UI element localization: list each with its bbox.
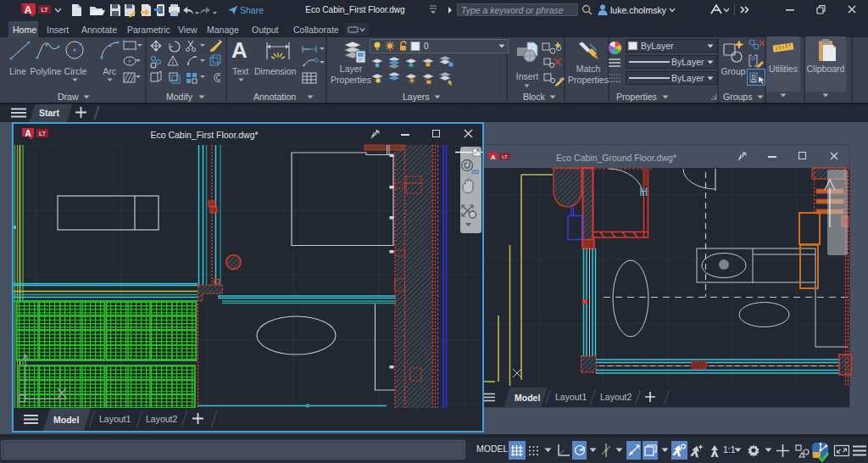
svg-text:2D: 2D (471, 169, 479, 175)
svg-text:0: 0 (424, 42, 429, 51)
